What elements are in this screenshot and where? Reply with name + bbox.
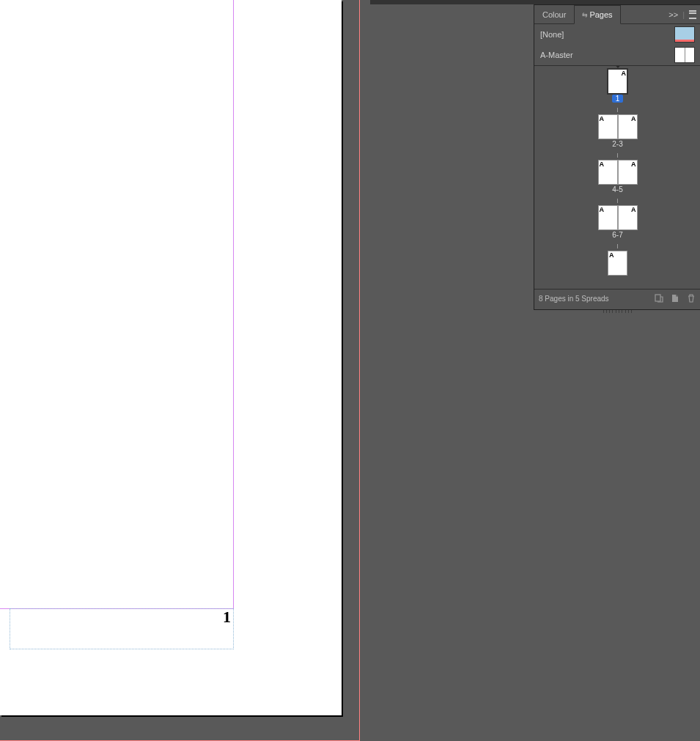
master-none-label: [None] <box>540 30 564 39</box>
panel-resize-grip[interactable] <box>603 310 633 313</box>
collapse-chevrons-icon: >> <box>668 10 678 19</box>
master-none-row[interactable]: [None] <box>534 24 700 45</box>
tab-pages-label: Pages <box>589 10 612 19</box>
panel-divider: | <box>682 10 685 19</box>
applied-master-badge: A <box>599 206 605 213</box>
panel-tab-bar: Colour ⇆ Pages >> | <box>534 5 700 24</box>
page-number-label: 6-7 <box>612 231 622 239</box>
delete-page-icon[interactable] <box>686 293 696 303</box>
spine-connector <box>617 199 618 203</box>
tab-pages[interactable]: ⇆ Pages <box>574 5 620 24</box>
document-canvas[interactable]: 1 <box>0 0 370 741</box>
spine-connector <box>617 108 618 112</box>
page-spread[interactable]: AA <box>598 114 638 139</box>
applied-master-badge: A <box>630 115 637 122</box>
master-none-thumb[interactable] <box>674 26 695 43</box>
page-thumbnail[interactable]: A <box>598 114 618 139</box>
page-thumbnail[interactable]: A <box>598 160 618 185</box>
section-start-icon <box>614 66 622 68</box>
tab-colour[interactable]: Colour <box>534 5 574 23</box>
page-number-text-frame[interactable]: 1 <box>10 608 234 649</box>
spine-connector <box>617 244 618 248</box>
panel-collapse-button[interactable]: >> | <box>664 6 700 23</box>
page-spread[interactable]: AA <box>598 205 638 230</box>
applied-master-badge: A <box>608 251 615 259</box>
page-thumbnail[interactable]: A <box>598 205 618 230</box>
page-number-label: 2-3 <box>612 140 622 148</box>
panel-footer: 8 Pages in 5 Spreads <box>534 289 700 307</box>
sync-icon: ⇆ <box>582 11 586 18</box>
panel-menu-icon[interactable] <box>689 10 696 19</box>
pasteboard: 1 <box>0 0 366 741</box>
page-number-text: 1 <box>223 608 231 627</box>
panel-status-text: 8 Pages in 5 Spreads <box>539 295 609 303</box>
page-thumbnail[interactable]: A <box>618 160 638 185</box>
new-page-icon[interactable] <box>670 293 680 303</box>
page-spread[interactable]: A <box>608 69 627 94</box>
page-spread[interactable]: A <box>608 251 627 276</box>
applied-master-badge: A <box>630 161 637 168</box>
edit-page-size-icon[interactable] <box>654 293 664 303</box>
page-thumbnail[interactable]: A <box>618 114 638 139</box>
page-number-label: 4-5 <box>612 185 622 193</box>
pages-list[interactable]: A1AA2-3AA4-5AA6-7A <box>534 66 700 289</box>
document-page[interactable]: 1 <box>0 0 342 715</box>
master-pages-section: [None] A-Master <box>534 24 700 66</box>
page-thumbnail[interactable]: A <box>608 251 627 276</box>
page-number-label: 1 <box>612 95 624 103</box>
spine-connector <box>617 153 618 158</box>
master-a-thumb[interactable] <box>674 47 695 63</box>
page-spread[interactable]: AA <box>598 160 638 185</box>
applied-master-badge: A <box>621 70 627 77</box>
page-thumbnail[interactable]: A <box>618 205 638 230</box>
page-thumbnail[interactable]: A <box>608 69 627 94</box>
applied-master-badge: A <box>599 115 605 122</box>
applied-master-badge: A <box>630 206 637 213</box>
margin-guides <box>0 0 234 609</box>
master-a-label: A-Master <box>540 51 573 59</box>
master-a-row[interactable]: A-Master <box>534 45 700 65</box>
svg-rect-0 <box>655 295 660 301</box>
pages-panel: Colour ⇆ Pages >> | [None] A-Master A1AA… <box>534 4 700 310</box>
applied-master-badge: A <box>599 161 605 168</box>
